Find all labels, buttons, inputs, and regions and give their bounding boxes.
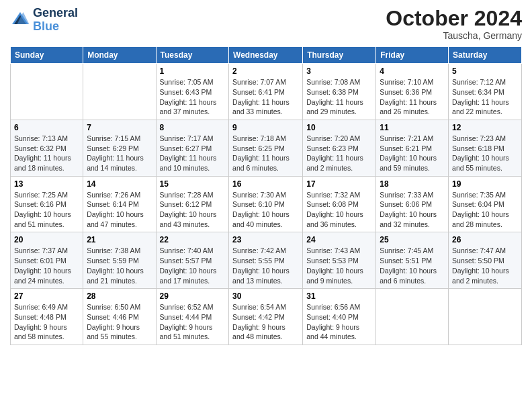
calendar-cell: 30Sunrise: 6:54 AMSunset: 4:42 PMDayligh… bbox=[229, 289, 303, 345]
calendar-cell: 10Sunrise: 7:20 AMSunset: 6:23 PMDayligh… bbox=[303, 120, 376, 176]
day-number: 3 bbox=[306, 66, 372, 76]
day-info: Sunrise: 7:13 AMSunset: 6:32 PMDaylight:… bbox=[14, 134, 79, 173]
calendar-cell: 20Sunrise: 7:37 AMSunset: 6:01 PMDayligh… bbox=[11, 232, 83, 289]
day-info: Sunrise: 7:47 AMSunset: 5:50 PMDaylight:… bbox=[452, 246, 518, 285]
calendar-cell: 24Sunrise: 7:43 AMSunset: 5:53 PMDayligh… bbox=[303, 232, 376, 289]
day-number: 22 bbox=[160, 235, 226, 244]
day-info: Sunrise: 7:05 AMSunset: 6:43 PMDaylight:… bbox=[160, 77, 226, 117]
day-info: Sunrise: 7:21 AMSunset: 6:21 PMDaylight:… bbox=[380, 134, 445, 173]
day-number: 24 bbox=[306, 235, 372, 244]
calendar-cell bbox=[376, 289, 449, 345]
day-number: 4 bbox=[380, 66, 445, 76]
day-info: Sunrise: 6:50 AMSunset: 4:46 PMDaylight:… bbox=[87, 302, 152, 342]
day-number: 17 bbox=[306, 179, 372, 189]
calendar-table: SundayMondayTuesdayWednesdayThursdayFrid… bbox=[10, 46, 522, 345]
day-number: 1 bbox=[160, 66, 226, 76]
day-number: 21 bbox=[87, 235, 152, 244]
calendar-cell: 28Sunrise: 6:50 AMSunset: 4:46 PMDayligh… bbox=[83, 289, 156, 345]
calendar-cell: 15Sunrise: 7:28 AMSunset: 6:12 PMDayligh… bbox=[156, 176, 229, 232]
calendar-cell: 2Sunrise: 7:07 AMSunset: 6:41 PMDaylight… bbox=[229, 64, 303, 120]
day-info: Sunrise: 7:38 AMSunset: 5:59 PMDaylight:… bbox=[87, 246, 152, 285]
day-number: 12 bbox=[452, 123, 518, 132]
day-info: Sunrise: 7:20 AMSunset: 6:23 PMDaylight:… bbox=[306, 134, 372, 173]
logo-line2: Blue bbox=[33, 19, 59, 33]
calendar-cell: 3Sunrise: 7:08 AMSunset: 6:38 PMDaylight… bbox=[303, 64, 376, 120]
day-number: 6 bbox=[14, 123, 79, 132]
calendar-cell bbox=[83, 64, 156, 120]
calendar-cell: 23Sunrise: 7:42 AMSunset: 5:55 PMDayligh… bbox=[229, 232, 303, 289]
day-number: 28 bbox=[87, 291, 152, 301]
calendar-cell: 5Sunrise: 7:12 AMSunset: 6:34 PMDaylight… bbox=[449, 64, 522, 120]
day-info: Sunrise: 7:07 AMSunset: 6:41 PMDaylight:… bbox=[232, 77, 299, 117]
day-number: 16 bbox=[232, 179, 299, 189]
day-info: Sunrise: 7:15 AMSunset: 6:29 PMDaylight:… bbox=[87, 134, 152, 173]
logo-text: General Blue bbox=[33, 7, 78, 34]
day-number: 30 bbox=[232, 291, 299, 301]
calendar-cell: 19Sunrise: 7:35 AMSunset: 6:04 PMDayligh… bbox=[449, 176, 522, 232]
day-info: Sunrise: 7:45 AMSunset: 5:51 PMDaylight:… bbox=[380, 246, 445, 285]
day-info: Sunrise: 7:12 AMSunset: 6:34 PMDaylight:… bbox=[452, 77, 518, 117]
calendar-cell: 22Sunrise: 7:40 AMSunset: 5:57 PMDayligh… bbox=[156, 232, 229, 289]
day-number: 26 bbox=[452, 235, 518, 244]
calendar-cell: 1Sunrise: 7:05 AMSunset: 6:43 PMDaylight… bbox=[156, 64, 229, 120]
calendar-cell: 16Sunrise: 7:30 AMSunset: 6:10 PMDayligh… bbox=[229, 176, 303, 232]
day-info: Sunrise: 7:28 AMSunset: 6:12 PMDaylight:… bbox=[160, 190, 226, 230]
day-info: Sunrise: 7:26 AMSunset: 6:14 PMDaylight:… bbox=[87, 190, 152, 230]
calendar-week-row: 27Sunrise: 6:49 AMSunset: 4:48 PMDayligh… bbox=[11, 289, 522, 345]
calendar-cell: 18Sunrise: 7:33 AMSunset: 6:06 PMDayligh… bbox=[376, 176, 449, 232]
weekday-header: Friday bbox=[376, 47, 449, 64]
day-number: 19 bbox=[452, 179, 518, 189]
calendar-week-row: 20Sunrise: 7:37 AMSunset: 6:01 PMDayligh… bbox=[11, 232, 522, 289]
month-title: October 2024 bbox=[386, 7, 522, 30]
day-number: 18 bbox=[380, 179, 445, 189]
day-number: 31 bbox=[306, 291, 372, 301]
day-info: Sunrise: 7:25 AMSunset: 6:16 PMDaylight:… bbox=[14, 190, 79, 230]
calendar-cell: 7Sunrise: 7:15 AMSunset: 6:29 PMDaylight… bbox=[83, 120, 156, 176]
day-number: 9 bbox=[232, 123, 299, 132]
weekday-header: Sunday bbox=[11, 47, 83, 64]
day-info: Sunrise: 7:32 AMSunset: 6:08 PMDaylight:… bbox=[306, 190, 372, 230]
calendar-cell: 31Sunrise: 6:56 AMSunset: 4:40 PMDayligh… bbox=[303, 289, 376, 345]
day-number: 25 bbox=[380, 235, 445, 244]
logo-icon bbox=[10, 10, 30, 30]
day-info: Sunrise: 7:37 AMSunset: 6:01 PMDaylight:… bbox=[14, 246, 79, 285]
calendar-cell: 14Sunrise: 7:26 AMSunset: 6:14 PMDayligh… bbox=[83, 176, 156, 232]
day-info: Sunrise: 7:33 AMSunset: 6:06 PMDaylight:… bbox=[380, 190, 445, 230]
weekday-header: Monday bbox=[83, 47, 156, 64]
day-info: Sunrise: 6:52 AMSunset: 4:44 PMDaylight:… bbox=[160, 302, 226, 342]
day-info: Sunrise: 7:08 AMSunset: 6:38 PMDaylight:… bbox=[306, 77, 372, 117]
day-info: Sunrise: 7:43 AMSunset: 5:53 PMDaylight:… bbox=[306, 246, 372, 285]
calendar-cell: 29Sunrise: 6:52 AMSunset: 4:44 PMDayligh… bbox=[156, 289, 229, 345]
day-number: 29 bbox=[160, 291, 226, 301]
day-number: 15 bbox=[160, 179, 226, 189]
calendar-cell: 9Sunrise: 7:18 AMSunset: 6:25 PMDaylight… bbox=[229, 120, 303, 176]
logo-line1: General bbox=[33, 7, 78, 20]
day-info: Sunrise: 7:42 AMSunset: 5:55 PMDaylight:… bbox=[232, 246, 299, 285]
location: Tauscha, Germany bbox=[386, 30, 522, 41]
calendar-cell: 4Sunrise: 7:10 AMSunset: 6:36 PMDaylight… bbox=[376, 64, 449, 120]
calendar-cell bbox=[449, 289, 522, 345]
calendar-cell: 17Sunrise: 7:32 AMSunset: 6:08 PMDayligh… bbox=[303, 176, 376, 232]
day-number: 8 bbox=[160, 123, 226, 132]
calendar-cell: 8Sunrise: 7:17 AMSunset: 6:27 PMDaylight… bbox=[156, 120, 229, 176]
day-number: 7 bbox=[87, 123, 152, 132]
calendar-cell: 6Sunrise: 7:13 AMSunset: 6:32 PMDaylight… bbox=[11, 120, 83, 176]
weekday-header: Tuesday bbox=[156, 47, 229, 64]
day-number: 5 bbox=[452, 66, 518, 76]
day-number: 2 bbox=[232, 66, 299, 76]
weekday-header: Thursday bbox=[303, 47, 376, 64]
day-info: Sunrise: 6:56 AMSunset: 4:40 PMDaylight:… bbox=[306, 302, 372, 342]
calendar-week-row: 6Sunrise: 7:13 AMSunset: 6:32 PMDaylight… bbox=[11, 120, 522, 176]
calendar-cell: 11Sunrise: 7:21 AMSunset: 6:21 PMDayligh… bbox=[376, 120, 449, 176]
day-number: 13 bbox=[14, 179, 79, 189]
weekday-header: Wednesday bbox=[229, 47, 303, 64]
calendar-week-row: 13Sunrise: 7:25 AMSunset: 6:16 PMDayligh… bbox=[11, 176, 522, 232]
day-info: Sunrise: 6:54 AMSunset: 4:42 PMDaylight:… bbox=[232, 302, 299, 342]
calendar-cell bbox=[11, 64, 83, 120]
day-info: Sunrise: 7:35 AMSunset: 6:04 PMDaylight:… bbox=[452, 190, 518, 230]
day-number: 23 bbox=[232, 235, 299, 244]
calendar-cell: 21Sunrise: 7:38 AMSunset: 5:59 PMDayligh… bbox=[83, 232, 156, 289]
day-number: 20 bbox=[14, 235, 79, 244]
day-number: 11 bbox=[380, 123, 445, 132]
title-block: October 2024 Tauscha, Germany bbox=[386, 7, 522, 41]
